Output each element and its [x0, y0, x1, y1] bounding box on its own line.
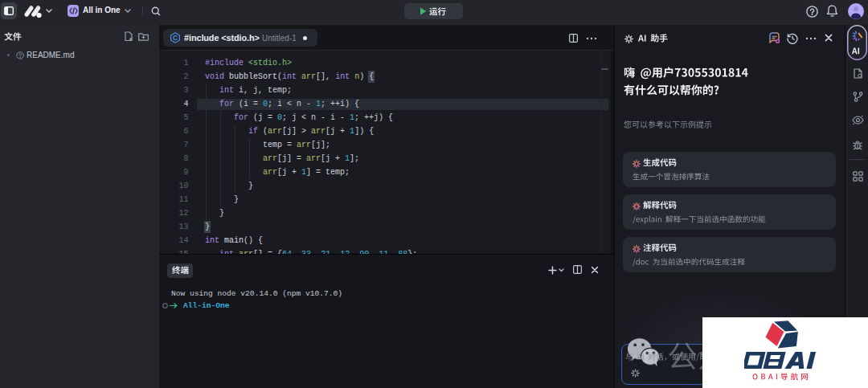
svg-text:C: C — [173, 34, 178, 42]
